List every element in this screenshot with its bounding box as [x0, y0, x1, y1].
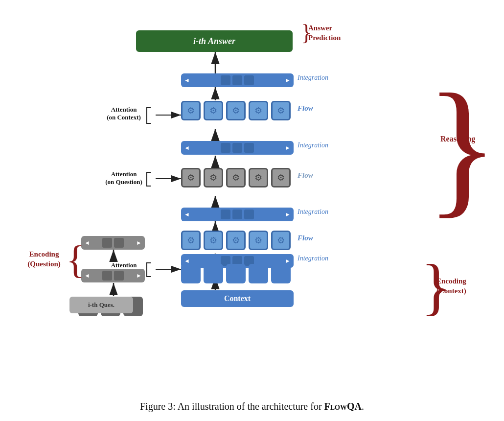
reasoning-label: Reasoning [440, 135, 475, 143]
answer-prediction-label: Answer Prediction [308, 23, 341, 43]
flow-cell: ⚙ [204, 101, 223, 120]
flow-layer1-cells: ⚙ ⚙ ⚙ ⚙ ⚙ [181, 231, 291, 250]
ctx-enc-cell [249, 264, 268, 283]
integration-label-enc: Integration [298, 255, 328, 262]
integration-bar-1 [181, 208, 294, 221]
flow-cell-b: ⚙ [181, 231, 201, 250]
diagram: i-th Answer } Answer Prediction Integrat… [29, 10, 470, 382]
flow-cell: ⚙ [226, 101, 246, 120]
answer-box: i-th Answer [136, 30, 293, 52]
integration-label-2: Integration [298, 141, 328, 149]
flow-cell-gray: ⚙ [271, 168, 291, 187]
flow-label-3: Flow [298, 104, 313, 113]
integration-bar-2 [181, 141, 294, 155]
question-text: i-th Ques. [88, 301, 115, 309]
integration-bar-top [181, 73, 294, 87]
figure-caption: Figure 3: An illustration of the archite… [0, 401, 504, 412]
context-bar: Context [181, 290, 294, 307]
caption-prefix: Figure 3: An illustration of the archite… [140, 401, 324, 412]
context-enc-cells [181, 264, 291, 283]
flow-cell-b: ⚙ [271, 231, 291, 250]
flow-cell-gray: ⚙ [226, 168, 246, 187]
attention-question1-label: Attention (on Question) [102, 170, 146, 186]
question-bar-top [81, 236, 145, 250]
integration-label-1: Integration [298, 208, 328, 216]
flow-cell-b: ⚙ [226, 231, 246, 250]
flow-cell: ⚙ [271, 101, 291, 120]
reasoning-brace: } [426, 71, 499, 223]
context-label: Context [224, 294, 251, 303]
flow-cell-b: ⚙ [204, 231, 223, 250]
ctx-enc-cell [271, 264, 291, 283]
ctx-enc-cell [181, 264, 201, 283]
caption-suffix: . [362, 401, 364, 412]
flow-label-2: Flow [298, 171, 313, 180]
flow-cell-b: ⚙ [249, 231, 268, 250]
flow-cell: ⚙ [181, 101, 201, 120]
flow-label-1: Flow [298, 234, 313, 242]
flow-layer3-cells: ⚙ ⚙ ⚙ ⚙ ⚙ [181, 101, 291, 120]
caption-name: FlowQA [324, 401, 362, 412]
flow-layer2-cells: ⚙ ⚙ ⚙ ⚙ ⚙ [181, 168, 291, 187]
encoding-context-label: Encoding (Context) [436, 277, 466, 296]
flow-cell-gray: ⚙ [249, 168, 268, 187]
integration-label-top: Integration [298, 74, 328, 82]
encoding-question-brace: } [66, 240, 85, 279]
answer-text: i-th Answer [193, 36, 235, 47]
question-box: i-th Ques. [69, 297, 133, 313]
ctx-enc-cell [226, 264, 246, 283]
flow-cell-gray: ⚙ [204, 168, 223, 187]
encoding-question-label: Encoding (Question) [24, 250, 64, 269]
question-bar-bottom [81, 269, 145, 282]
ctx-enc-cell [204, 264, 223, 283]
flow-cell-gray: ⚙ [181, 168, 201, 187]
flow-cell: ⚙ [249, 101, 268, 120]
attention-context-label: Attention (on Context) [102, 106, 146, 121]
arrows-svg [29, 10, 470, 382]
